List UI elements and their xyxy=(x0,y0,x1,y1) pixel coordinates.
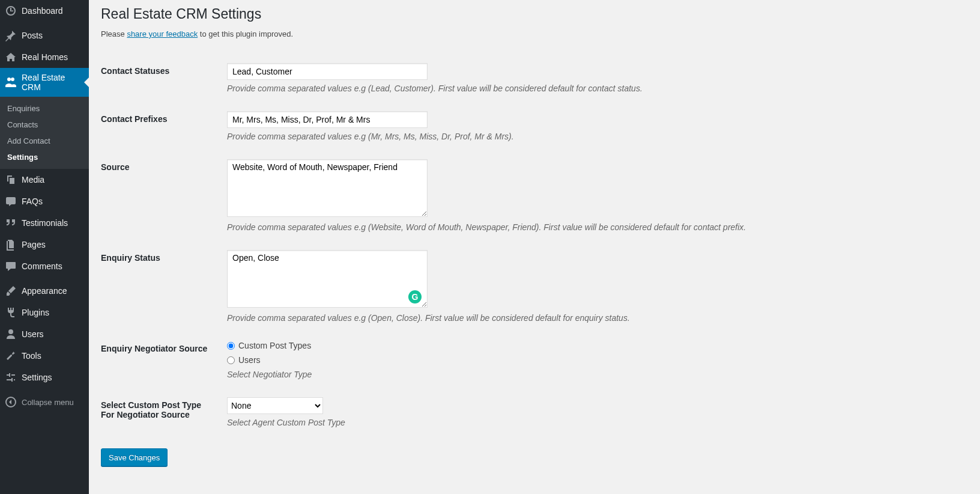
homes-icon xyxy=(5,51,17,63)
faq-icon xyxy=(5,195,17,207)
contact-statuses-desc: Provide comma separated values e.g (Lead… xyxy=(227,84,962,93)
sidebar-item-label: Settings xyxy=(22,373,52,382)
sidebar-item-label: Real Estate CRM xyxy=(22,73,84,92)
negotiator-radio-cpt-label: Custom Post Types xyxy=(238,341,311,350)
sliders-icon xyxy=(5,371,17,383)
pages-icon xyxy=(5,239,17,251)
cpt-negotiator-label: Select Custom Post Type For Negotiator S… xyxy=(101,388,221,436)
feedback-line: Please share your feedback to get this p… xyxy=(101,29,968,38)
pin-icon xyxy=(5,29,17,41)
cpt-negotiator-select[interactable]: None xyxy=(227,397,323,414)
sidebar-item-label: Collapse menu xyxy=(22,398,74,407)
sidebar-item-label: Dashboard xyxy=(22,6,63,16)
negotiator-radio-users[interactable] xyxy=(227,356,235,364)
contact-prefixes-label: Contact Prefixes xyxy=(101,102,221,150)
quote-icon xyxy=(5,217,17,229)
sidebar-item-plugins[interactable]: Plugins xyxy=(0,302,89,323)
sidebar-item-label: FAQs xyxy=(22,197,43,206)
sidebar-item-label: Users xyxy=(22,329,44,339)
contact-statuses-input[interactable] xyxy=(227,63,428,80)
media-icon xyxy=(5,174,17,186)
sidebar-item-label: Posts xyxy=(22,31,43,40)
wrench-icon xyxy=(5,350,17,362)
contact-statuses-label: Contact Statuses xyxy=(101,54,221,102)
negotiator-source-desc: Select Negotiator Type xyxy=(227,370,962,379)
sidebar-item-comments[interactable]: Comments xyxy=(0,255,89,277)
cpt-negotiator-desc: Select Agent Custom Post Type xyxy=(227,418,962,427)
source-desc: Provide comma separated values e.g (Webs… xyxy=(227,222,962,232)
negotiator-radio-cpt[interactable] xyxy=(227,342,235,350)
submenu-item-add-contact[interactable]: Add Contact xyxy=(0,133,89,149)
negotiator-source-label: Enquiry Negotiator Source xyxy=(101,332,221,388)
sidebar-item-label: Testimonials xyxy=(22,218,68,228)
brush-icon xyxy=(5,285,17,297)
contact-prefixes-desc: Provide comma separated values e.g (Mr, … xyxy=(227,132,962,141)
crm-icon xyxy=(5,76,17,88)
sidebar-item-real-estate-crm[interactable]: Real Estate CRM xyxy=(0,68,89,97)
save-button[interactable]: Save Changes xyxy=(101,448,168,466)
sidebar-item-label: Pages xyxy=(22,240,46,249)
source-label: Source xyxy=(101,150,221,241)
sidebar-item-label: Real Homes xyxy=(22,52,68,62)
main-content: Real Estate CRM Settings Please share yo… xyxy=(89,0,980,494)
contact-prefixes-input[interactable] xyxy=(227,111,428,128)
feedback-link[interactable]: share your feedback xyxy=(127,29,198,38)
plug-icon xyxy=(5,306,17,319)
submenu-item-contacts[interactable]: Contacts xyxy=(0,117,89,133)
user-icon xyxy=(5,328,17,340)
enquiry-status-textarea[interactable] xyxy=(227,250,428,308)
sidebar-item-media[interactable]: Media xyxy=(0,169,89,191)
dashboard-icon xyxy=(5,5,17,17)
enquiry-status-desc: Provide comma separated values e.g (Open… xyxy=(227,313,962,323)
sidebar-item-label: Appearance xyxy=(22,286,67,296)
comment-icon xyxy=(5,260,17,272)
sidebar-item-label: Plugins xyxy=(22,308,49,317)
sidebar-item-label: Media xyxy=(22,175,44,184)
enquiry-status-label: Enquiry Status xyxy=(101,241,221,332)
submenu-item-settings[interactable]: Settings xyxy=(0,149,89,165)
sidebar-item-posts[interactable]: Posts xyxy=(0,25,89,46)
sidebar-submenu: Enquiries Contacts Add Contact Settings xyxy=(0,97,89,169)
sidebar-item-real-homes[interactable]: Real Homes xyxy=(0,46,89,68)
collapse-icon xyxy=(5,396,17,408)
sidebar-item-pages[interactable]: Pages xyxy=(0,234,89,255)
sidebar-item-label: Tools xyxy=(22,351,41,361)
page-title: Real Estate CRM Settings xyxy=(101,6,968,22)
grammarly-icon: G xyxy=(408,290,422,303)
sidebar-item-dashboard[interactable]: Dashboard xyxy=(0,0,89,22)
sidebar-item-collapse[interactable]: Collapse menu xyxy=(0,391,89,413)
admin-sidebar: Dashboard Posts Real Homes Real Estate C… xyxy=(0,0,89,494)
sidebar-item-appearance[interactable]: Appearance xyxy=(0,280,89,302)
sidebar-item-label: Comments xyxy=(22,261,62,271)
sidebar-item-users[interactable]: Users xyxy=(0,323,89,345)
source-textarea[interactable] xyxy=(227,159,428,217)
sidebar-item-tools[interactable]: Tools xyxy=(0,345,89,367)
sidebar-item-testimonials[interactable]: Testimonials xyxy=(0,212,89,234)
sidebar-item-faqs[interactable]: FAQs xyxy=(0,191,89,212)
submenu-item-enquiries[interactable]: Enquiries xyxy=(0,100,89,117)
negotiator-radio-users-label: Users xyxy=(238,355,261,365)
sidebar-item-settings[interactable]: Settings xyxy=(0,367,89,388)
